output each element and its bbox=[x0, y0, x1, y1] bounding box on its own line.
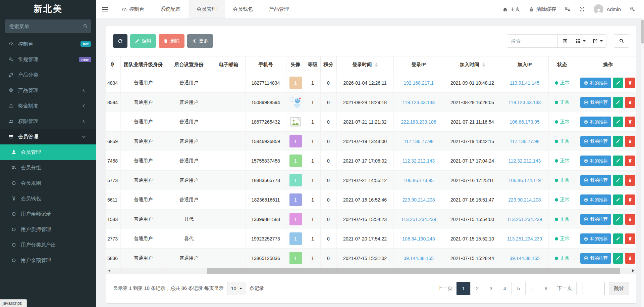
horizontal-scrollbar[interactable] bbox=[106, 268, 636, 274]
page-button[interactable]: 3 bbox=[484, 282, 498, 295]
sort-icon[interactable] bbox=[375, 63, 378, 67]
cell-login-ip[interactable]: 222.183.233.106 bbox=[393, 112, 444, 132]
sidebar-subitem[interactable]: 会员管理 bbox=[0, 144, 96, 160]
my-referrals-button[interactable]: 我的推荐 bbox=[580, 97, 611, 108]
sort-icon[interactable] bbox=[482, 63, 485, 67]
sidebar-item[interactable]: 权限管理 bbox=[0, 114, 96, 129]
edit-button[interactable]: 编辑 bbox=[130, 34, 156, 48]
detail-view-button[interactable] bbox=[557, 34, 572, 48]
my-referrals-button[interactable]: 我的推荐 bbox=[580, 136, 611, 147]
table-row[interactable]: 6859普通用户普通用户158469368591102021-07-19 13:… bbox=[106, 132, 636, 151]
row-delete-button[interactable] bbox=[625, 194, 635, 205]
jump-page-input[interactable] bbox=[583, 282, 605, 295]
sidebar-item[interactable]: 奖金制度 bbox=[0, 98, 96, 114]
refresh-button[interactable] bbox=[113, 34, 127, 48]
fullscreen-button[interactable] bbox=[579, 6, 585, 12]
row-delete-button[interactable] bbox=[625, 156, 635, 166]
cell-join-ip[interactable]: 223.90.214.208 bbox=[501, 190, 548, 210]
cell-login-ip[interactable]: 117.136.77.98 bbox=[393, 132, 444, 151]
my-referrals-button[interactable]: 我的推荐 bbox=[580, 253, 611, 264]
cell-login-ip[interactable]: 106.86.173.95 bbox=[393, 171, 444, 190]
page-button[interactable]: 9 bbox=[539, 282, 553, 295]
prev-page-button[interactable]: 上一页 bbox=[433, 282, 457, 295]
sidebar-subitem[interactable]: 会员规则 bbox=[0, 175, 96, 191]
cell-login-ip[interactable]: 113.251.234.239 bbox=[393, 210, 444, 229]
column-header[interactable]: 加入时间 bbox=[444, 56, 501, 73]
cell-login-ip[interactable]: 223.90.214.208 bbox=[393, 190, 444, 210]
page-button[interactable]: 5 bbox=[512, 282, 526, 295]
sidebar-item[interactable]: 产品分类 bbox=[0, 67, 96, 83]
row-edit-button[interactable] bbox=[613, 117, 623, 127]
scroll-left-arrow[interactable] bbox=[106, 268, 112, 274]
my-referrals-button[interactable]: 我的推荐 bbox=[580, 214, 611, 225]
row-edit-button[interactable] bbox=[613, 97, 623, 108]
sidebar-item[interactable]: 会员管理 bbox=[0, 129, 96, 144]
table-row[interactable]: 5773普通用户普通用户188835657731102021-07-21 14:… bbox=[106, 171, 636, 190]
row-edit-button[interactable] bbox=[613, 214, 623, 225]
settings-button[interactable] bbox=[630, 6, 635, 12]
cell-login-ip[interactable]: 106.84.190.243 bbox=[393, 229, 444, 249]
row-edit-button[interactable] bbox=[613, 78, 623, 88]
sidebar-subitem[interactable]: 会员分组 bbox=[0, 160, 96, 175]
table-row[interactable]: 4834普通用户普通用户182771148341102026-01-04 12:… bbox=[106, 73, 636, 93]
cell-join-ip[interactable]: 113.91.41.145 bbox=[501, 73, 548, 93]
cell-login-ip[interactable]: 39.144.38.165 bbox=[393, 249, 444, 268]
my-referrals-button[interactable]: 我的推荐 bbox=[580, 175, 611, 186]
page-button[interactable]: 2 bbox=[470, 282, 484, 295]
home-button[interactable]: 主页 bbox=[502, 6, 520, 12]
cell-join-ip[interactable]: 39.144.38.165 bbox=[501, 249, 548, 268]
sidebar-item[interactable]: 控制台hot bbox=[0, 36, 96, 52]
next-page-button[interactable]: 下一页 bbox=[553, 282, 577, 295]
row-delete-button[interactable] bbox=[625, 175, 635, 186]
row-edit-button[interactable] bbox=[613, 233, 623, 244]
cell-login-ip[interactable]: 112.32.212.143 bbox=[393, 151, 444, 171]
row-edit-button[interactable] bbox=[613, 175, 623, 186]
table-search-input[interactable] bbox=[507, 34, 558, 48]
cell-join-ip[interactable]: 106.86.173.95 bbox=[501, 112, 548, 132]
my-referrals-button[interactable]: 我的推荐 bbox=[580, 78, 611, 88]
row-edit-button[interactable] bbox=[613, 253, 623, 264]
page-button[interactable]: 1 bbox=[457, 282, 471, 295]
scrollbar-thumb[interactable] bbox=[207, 268, 620, 274]
table-row[interactable]: 普通用户普通用户18677265432102021-07-21 11:21:32… bbox=[106, 112, 636, 132]
table-row[interactable]: 1583普通用户县代133998815831102021-07-15 15:54… bbox=[106, 210, 636, 229]
row-delete-button[interactable] bbox=[625, 97, 635, 108]
sidebar-subitem[interactable]: 用户分类总产出 bbox=[0, 237, 96, 253]
columns-dropdown-button[interactable] bbox=[572, 34, 589, 48]
sidebar-item[interactable]: 常规管理new bbox=[0, 52, 96, 67]
row-edit-button[interactable] bbox=[613, 194, 623, 205]
column-header[interactable]: 登录时间 bbox=[336, 56, 393, 73]
cell-join-ip[interactable]: 106.86.174.119 bbox=[501, 171, 548, 190]
table-row[interactable]: 5836普通用户普通用户138651258361102021-07-15 15:… bbox=[106, 249, 636, 268]
sidebar-search-input[interactable] bbox=[5, 19, 91, 33]
sidebar-subitem[interactable]: 用户余额管理 bbox=[0, 253, 96, 268]
nav-tab[interactable]: 会员钱包 bbox=[225, 0, 261, 18]
cell-join-ip[interactable]: 113.251.234.239 bbox=[501, 210, 548, 229]
table-row[interactable]: 6611普通用户普通用户182368166111102021-07-16 16:… bbox=[106, 190, 636, 210]
sidebar-item[interactable]: 产品管理 bbox=[0, 83, 96, 98]
jump-button[interactable]: 跳转 bbox=[609, 282, 629, 295]
page-button[interactable]: 4 bbox=[498, 282, 512, 295]
scroll-right-arrow[interactable] bbox=[630, 268, 636, 274]
nav-tab[interactable]: 控制台 bbox=[114, 0, 152, 18]
search-button[interactable] bbox=[614, 34, 629, 48]
cell-join-ip[interactable]: 112.32.212.143 bbox=[501, 151, 548, 171]
my-referrals-button[interactable]: 我的推荐 bbox=[580, 156, 611, 166]
sidebar-subitem[interactable]: 用户质押管理 bbox=[0, 222, 96, 237]
delete-button[interactable]: 删除 bbox=[159, 34, 184, 48]
my-referrals-button[interactable]: 我的推荐 bbox=[580, 233, 611, 244]
table-row[interactable]: 2773普通用户县代199232527731102021-07-20 17:54… bbox=[106, 229, 636, 249]
table-row[interactable]: 7458普通用户普通用户157558374581102021-07-17 17:… bbox=[106, 151, 636, 171]
sidebar-toggle-button[interactable] bbox=[96, 0, 114, 18]
my-referrals-button[interactable]: 我的推荐 bbox=[580, 194, 611, 205]
export-dropdown-button[interactable] bbox=[589, 34, 606, 48]
clear-cache-button[interactable]: 清除缓存 bbox=[529, 6, 556, 12]
cell-join-ip[interactable]: 113.251.234.239 bbox=[501, 229, 548, 249]
translate-button[interactable] bbox=[565, 6, 571, 12]
row-delete-button[interactable] bbox=[625, 117, 635, 127]
cell-login-ip[interactable]: 119.123.43.133 bbox=[393, 93, 444, 112]
row-delete-button[interactable] bbox=[625, 233, 635, 244]
user-menu[interactable]: Admin bbox=[594, 4, 621, 14]
row-delete-button[interactable] bbox=[625, 136, 635, 147]
cell-join-ip[interactable]: 119.123.43.133 bbox=[501, 93, 548, 112]
